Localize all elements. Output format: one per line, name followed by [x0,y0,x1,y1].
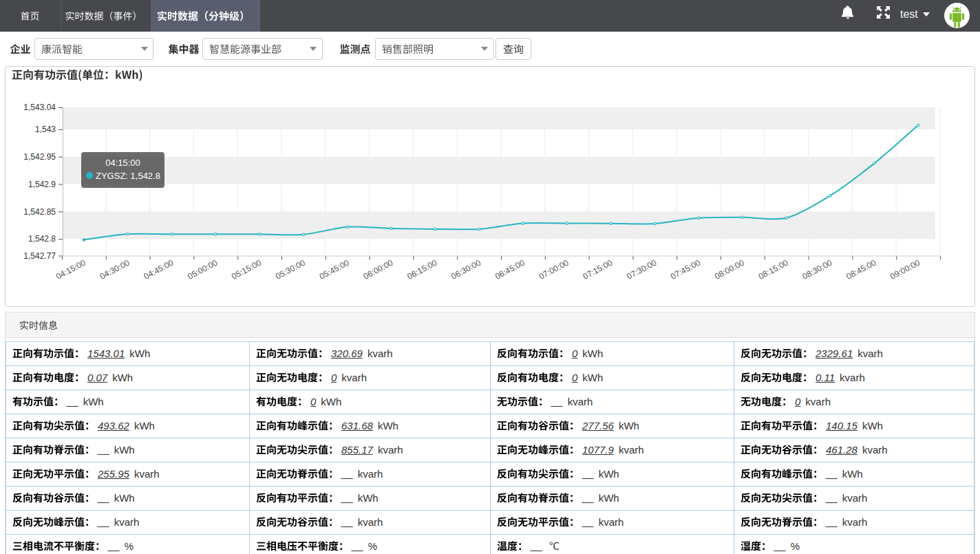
svg-text:1,542.9: 1,542.9 [28,180,56,189]
svg-text:1,542.77: 1,542.77 [23,251,56,261]
svg-text:06:00:00: 06:00:00 [362,257,395,281]
svg-text:05:00:00: 05:00:00 [186,257,219,281]
svg-text:04:45:00: 04:45:00 [142,257,175,281]
svg-text:1,543.04: 1,543.04 [23,103,56,112]
svg-text:07:45:00: 07:45:00 [669,257,702,281]
svg-text:06:45:00: 06:45:00 [493,257,526,281]
svg-text:07:15:00: 07:15:00 [582,257,615,281]
svg-text:07:30:00: 07:30:00 [625,257,658,281]
svg-text:08:30:00: 08:30:00 [801,257,834,281]
svg-text:06:30:00: 06:30:00 [449,257,482,281]
svg-text:1,543: 1,543 [35,125,56,134]
svg-text:04:15:00: 04:15:00 [54,257,87,281]
svg-text:06:15:00: 06:15:00 [405,257,438,281]
svg-text:04:30:00: 04:30:00 [98,257,131,281]
svg-text:1,542.8: 1,542.8 [28,234,56,244]
svg-text:05:45:00: 05:45:00 [318,257,351,281]
svg-text:1,542.95: 1,542.95 [23,152,56,162]
svg-text:05:30:00: 05:30:00 [274,257,307,281]
svg-text:08:45:00: 08:45:00 [844,257,877,281]
svg-text:08:15:00: 08:15:00 [757,257,790,281]
svg-text:09:00:00: 09:00:00 [888,257,922,281]
svg-text:05:15:00: 05:15:00 [230,257,263,281]
svg-text:08:00:00: 08:00:00 [713,257,746,281]
svg-text:07:00:00: 07:00:00 [537,257,571,281]
svg-text:1,542.85: 1,542.85 [23,207,56,217]
